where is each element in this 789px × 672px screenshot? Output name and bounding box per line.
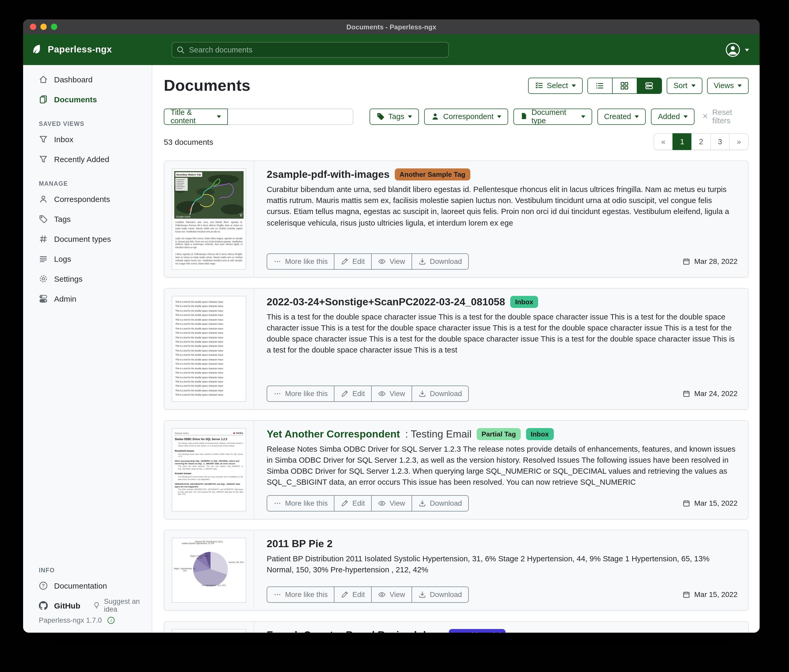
view-button[interactable]: View — [371, 253, 412, 270]
download-button[interactable]: Download — [411, 586, 469, 602]
more-like-this-button[interactable]: More like this — [267, 385, 335, 402]
thumbnail-text-line: This is a test for the double space char… — [175, 366, 243, 371]
user-menu[interactable] — [725, 42, 760, 57]
document-title[interactable]: : Testing Email — [405, 428, 472, 440]
sidebar-item-admin[interactable]: Admin — [23, 291, 152, 306]
list-view-icon — [596, 81, 604, 90]
brand[interactable]: Paperless-ngx — [23, 43, 152, 56]
sidebar-item-label: Recently Added — [54, 154, 109, 163]
thumbnail-header: Release NotesSimba — [175, 432, 243, 436]
reset-filters-button[interactable]: Reset filters — [702, 108, 749, 125]
pagination-next-button[interactable]: » — [729, 133, 749, 150]
select-dropdown-button[interactable]: Select — [528, 77, 583, 94]
edit-button[interactable]: Edit — [334, 385, 372, 402]
document-title-row: French Country Bread Revised.docxTagWith… — [267, 629, 738, 633]
sidebar-item-inbox[interactable]: Inbox — [23, 131, 152, 147]
tag-badge[interactable]: Inbox — [510, 296, 538, 308]
sidebar-item-label: Document types — [54, 234, 111, 243]
document-correspondent-link[interactable]: Yet Another Correspondent — [267, 428, 400, 440]
filter-text-input[interactable] — [228, 108, 353, 124]
edit-button[interactable]: Edit — [334, 495, 372, 511]
document-thumbnail-cell[interactable]: This is a test for the double space char… — [164, 288, 254, 409]
filter-tags-dropdown[interactable]: Tags — [369, 108, 419, 124]
document-thumbnail[interactable]: Patient BP Distribution 2011Normal, 150,… — [172, 537, 246, 602]
tag-badge[interactable]: Inbox — [526, 428, 554, 440]
sidebar: DashboardDocumentsSAVED VIEWSInboxRecent… — [23, 65, 152, 633]
three-dots-icon — [273, 390, 281, 398]
view-button[interactable]: View — [371, 495, 412, 511]
search-input[interactable] — [172, 42, 449, 57]
view-mode-list-button[interactable] — [588, 78, 612, 93]
sidebar-item-correspondents[interactable]: Correspondents — [23, 191, 152, 207]
download-icon — [418, 499, 426, 507]
action-label: More like this — [285, 499, 328, 507]
tag-badge[interactable]: Partial Tag — [477, 428, 521, 440]
tag-icon — [376, 112, 385, 121]
toggles-icon — [39, 294, 48, 303]
document-thumbnail-cell[interactable]: French Country BreadFor the Leaven1 heap… — [164, 621, 254, 633]
sidebar-item-dashboard[interactable]: Dashboard — [23, 71, 152, 87]
filter-created-dropdown[interactable]: Created — [597, 108, 646, 124]
document-excerpt: Patient BP Distribution 2011 Isolated Sy… — [267, 553, 738, 575]
more-like-this-button[interactable]: More like this — [267, 586, 335, 602]
pie-slice-label: Stage 2 Hypertension, 44, 9% — [189, 555, 210, 559]
chevron-down-icon — [581, 115, 585, 118]
pagination-page-3[interactable]: 3 — [710, 133, 730, 150]
chevron-down-icon — [408, 115, 412, 118]
more-like-this-button[interactable]: More like this — [267, 253, 335, 270]
view-mode-grid-button[interactable] — [612, 78, 637, 93]
filter-added-dropdown[interactable]: Added — [651, 108, 695, 124]
download-button[interactable]: Download — [411, 385, 469, 402]
pagination-page-2[interactable]: 2 — [692, 133, 711, 150]
document-card-footer: More like thisEditViewDownloadMar 15, 20… — [267, 586, 738, 602]
documents-icon — [39, 95, 48, 104]
thumbnail-text-line: This is a test for the double space char… — [175, 336, 243, 340]
tag-badge[interactable]: Another Sample Tag — [395, 169, 470, 180]
sidebar-item-document-types[interactable]: Document types — [23, 231, 152, 247]
document-title[interactable]: 2022-03-24+Sonstige+ScanPC2022-03-24_081… — [267, 296, 505, 308]
sidebar-item-recently-added[interactable]: Recently Added — [23, 151, 152, 167]
pagination-page-1[interactable]: 1 — [672, 133, 692, 150]
document-thumbnail-cell[interactable]: Boundary Waters TripGoogle EarthCurabitu… — [164, 161, 254, 277]
document-thumbnail[interactable]: This is a test for the double space char… — [172, 296, 246, 402]
pagination-prev-button[interactable]: « — [653, 133, 673, 150]
filter-field-dropdown[interactable]: Title & content — [164, 108, 228, 124]
document-title[interactable]: French Country Bread Revised.docx — [267, 629, 444, 633]
download-button[interactable]: Download — [411, 253, 469, 270]
suggest-idea-link[interactable]: Suggest an idea — [93, 597, 152, 613]
simba-triangle-icon — [233, 432, 235, 434]
document-title[interactable]: 2011 BP Pie 2 — [267, 537, 332, 549]
sort-dropdown-button[interactable]: Sort — [667, 77, 702, 94]
document-thumbnail-cell[interactable]: Patient BP Distribution 2011Normal, 150,… — [164, 530, 254, 610]
filter-document-type-dropdown[interactable]: Document type — [513, 108, 592, 124]
edit-button[interactable]: Edit — [334, 253, 372, 270]
view-mode-group — [588, 77, 662, 94]
sidebar-item-github[interactable]: GitHub — [23, 597, 80, 613]
view-mode-details-button[interactable] — [637, 78, 661, 93]
edit-button[interactable]: Edit — [334, 586, 372, 602]
document-title[interactable]: 2sample-pdf-with-images — [267, 169, 390, 180]
sidebar-item-documentation[interactable]: ? Documentation — [23, 578, 152, 593]
sidebar-item-settings[interactable]: Settings — [23, 271, 152, 287]
document-thumbnail[interactable]: Boundary Waters TripGoogle EarthCurabitu… — [172, 169, 246, 270]
document-thumbnail[interactable]: French Country BreadFor the Leaven1 heap… — [172, 629, 246, 633]
tag-badge[interactable]: TagWithPartial — [449, 629, 506, 633]
sidebar-item-documents[interactable]: Documents — [23, 91, 152, 107]
sidebar-item-logs[interactable]: Logs — [23, 251, 152, 266]
sidebar-item-label: Dashboard — [54, 75, 93, 84]
views-dropdown-button[interactable]: Views — [707, 77, 749, 94]
view-button[interactable]: View — [371, 586, 412, 602]
sidebar-item-tags[interactable]: Tags — [23, 211, 152, 227]
three-dots-icon — [273, 499, 281, 507]
view-button[interactable]: View — [371, 385, 412, 402]
document-excerpt: Curabitur bibendum ante urna, sed blandi… — [267, 184, 738, 229]
document-thumbnail[interactable]: Release NotesSimbaSimba ODBC Driver for … — [172, 428, 246, 511]
three-dots-icon — [273, 258, 281, 266]
sidebar-item-label: Settings — [54, 274, 82, 283]
download-button[interactable]: Download — [411, 495, 469, 511]
document-thumbnail-cell[interactable]: Release NotesSimbaSimba ODBC Driver for … — [164, 421, 254, 519]
more-like-this-button[interactable]: More like this — [267, 495, 335, 511]
filter-correspondent-dropdown[interactable]: Correspondent — [425, 108, 508, 124]
thumbnail-text-line: This is a test for the double space char… — [175, 300, 243, 304]
info-circle-icon[interactable]: i — [107, 616, 115, 624]
